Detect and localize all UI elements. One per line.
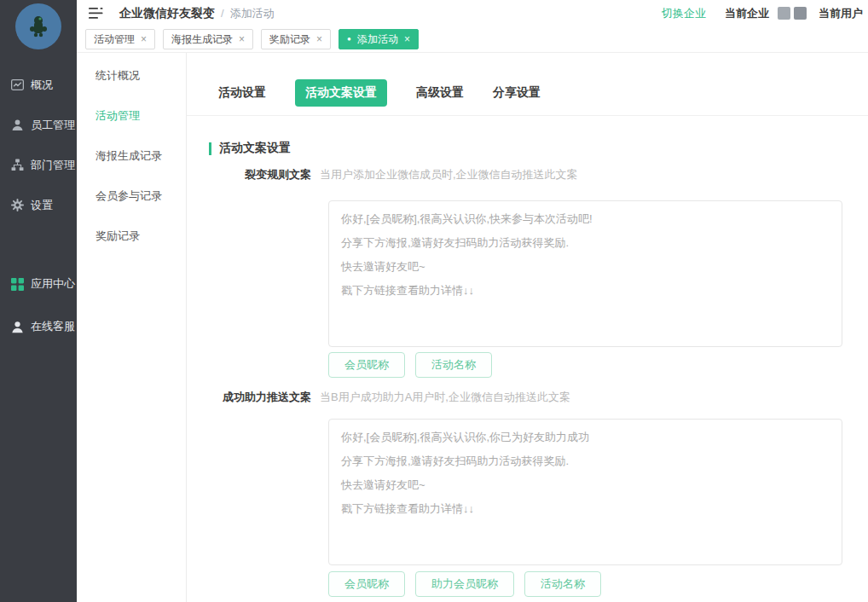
- submenu-label: 活动管理: [95, 108, 140, 124]
- tab-share-settings[interactable]: 分享设置: [493, 80, 541, 106]
- tab-poster-records[interactable]: 海报生成记录 ×: [163, 29, 253, 49]
- collapse-menu-icon[interactable]: [89, 7, 104, 20]
- company-name-redacted-block: [778, 7, 790, 20]
- sidebar-item-label: 概况: [31, 78, 53, 93]
- tab-label: 奖励记录: [269, 32, 310, 47]
- sidebar-item-app-center[interactable]: 应用中心: [0, 263, 77, 305]
- tab-label: 海报生成记录: [171, 32, 233, 47]
- sidebar-item-label: 设置: [31, 198, 53, 213]
- sidebar-item-online-support[interactable]: 在线客服: [0, 305, 77, 348]
- field-label: 成功助力推送文案: [187, 390, 311, 405]
- sidebar-item-staff[interactable]: 员工管理: [0, 105, 77, 145]
- field-hint: 当用户添加企业微信成员时,企业微信自动推送此文案: [320, 167, 578, 182]
- secondary-sidebar: 统计概况 活动管理 海报生成记录 会员参与记录 奖励记录: [77, 53, 187, 602]
- gear-icon: [11, 199, 24, 211]
- tab-advanced-settings[interactable]: 高级设置: [416, 80, 464, 106]
- topbar-right: 切换企业 当前企业 当前用户: [662, 6, 863, 21]
- tab-label: 活动管理: [94, 32, 135, 47]
- breadcrumb-current: 添加活动: [230, 6, 275, 21]
- sidebar-item-settings[interactable]: 设置: [0, 185, 77, 225]
- primary-nav: 概况 员工管理 部门管理 设置: [0, 53, 77, 348]
- dashboard-icon: [11, 78, 24, 91]
- company-name-redacted-block: [794, 7, 807, 20]
- fission-rule-copy-textarea[interactable]: 你好,[会员昵称],很高兴认识你,快来参与本次活动吧! 分享下方海报,邀请好友扫…: [328, 200, 842, 347]
- submenu-label: 海报生成记录: [95, 148, 162, 164]
- fission-rule-copy-field-head: 裂变规则文案 当用户添加企业微信成员时,企业微信自动推送此文案: [187, 167, 868, 182]
- sidebar-item-label: 应用中心: [31, 276, 75, 292]
- assist-success-copy-field-head: 成功助力推送文案 当B用户成功助力A用户时,企业微信自动推送此文案: [187, 390, 868, 405]
- activity-name-button[interactable]: 活动名称: [524, 571, 601, 597]
- breadcrumb-root[interactable]: 企业微信好友裂变: [119, 6, 215, 21]
- switch-company-link[interactable]: 切换企业: [662, 6, 706, 21]
- submenu-label: 会员参与记录: [95, 188, 162, 204]
- field-label: 裂变规则文案: [187, 167, 311, 182]
- field-hint: 当B用户成功助力A用户时,企业微信自动推送此文案: [320, 390, 570, 405]
- topbar: 企业微信好友裂变 / 添加活动 切换企业 当前企业 当前用户: [77, 0, 868, 26]
- close-icon[interactable]: ×: [239, 33, 245, 45]
- sidebar-item-departments[interactable]: 部门管理: [0, 145, 77, 185]
- submenu-item-activity-management[interactable]: 活动管理: [77, 96, 186, 136]
- assist-member-nickname-button[interactable]: 助力会员昵称: [415, 571, 514, 597]
- close-icon[interactable]: ×: [316, 33, 322, 45]
- submenu-item-member-participation[interactable]: 会员参与记录: [77, 176, 186, 216]
- insert-variable-buttons: 会员昵称 助力会员昵称 活动名称: [328, 571, 868, 597]
- apps-grid-icon: [11, 278, 24, 291]
- breadcrumb-separator: /: [221, 7, 224, 20]
- sidebar-item-label: 在线客服: [31, 319, 75, 334]
- assist-success-copy-textarea[interactable]: 你好,[会员昵称],很高兴认识你,你已为好友助力成功 分享下方海报,邀请好友扫码…: [328, 419, 842, 565]
- current-company-label: 当前企业: [725, 6, 769, 21]
- company-logo[interactable]: [15, 3, 61, 49]
- close-icon[interactable]: ×: [404, 33, 410, 45]
- tab-activity-copy-settings[interactable]: 活动文案设置: [295, 79, 387, 107]
- section-accent-bar: [209, 142, 211, 155]
- logo-glyph: [27, 14, 49, 39]
- sidebar-item-label: 员工管理: [31, 118, 75, 133]
- user-icon: [11, 119, 24, 131]
- tab-reward-records[interactable]: 奖励记录 ×: [261, 29, 331, 49]
- member-nickname-button[interactable]: 会员昵称: [328, 571, 405, 597]
- current-user-label: 当前用户: [819, 6, 863, 21]
- section-title: 活动文案设置: [219, 141, 291, 156]
- active-dot-icon: ●: [347, 36, 351, 43]
- sidebar-item-overview[interactable]: 概况: [0, 65, 77, 105]
- org-icon: [11, 159, 24, 171]
- sidebar-spacer: [0, 225, 77, 263]
- support-icon: [11, 321, 24, 333]
- activity-name-button[interactable]: 活动名称: [415, 352, 492, 378]
- open-tabs-bar: 活动管理 × 海报生成记录 × 奖励记录 × ● 添加活动 ×: [77, 26, 868, 53]
- submenu-label: 统计概况: [95, 68, 140, 84]
- submenu-item-reward-records[interactable]: 奖励记录: [77, 216, 186, 256]
- tab-add-activity[interactable]: ● 添加活动 ×: [339, 29, 419, 49]
- logo-area: [0, 0, 77, 53]
- close-icon[interactable]: ×: [141, 33, 147, 45]
- settings-tabs: 活动设置 活动文案设置 高级设置 分享设置: [187, 53, 868, 116]
- submenu-item-stats-overview[interactable]: 统计概况: [77, 55, 186, 96]
- tab-activity-settings[interactable]: 活动设置: [218, 80, 266, 106]
- insert-variable-buttons: 会员昵称 活动名称: [328, 352, 868, 378]
- section-header: 活动文案设置: [209, 141, 868, 156]
- app-window: 概况 员工管理 部门管理 设置: [0, 0, 868, 602]
- member-nickname-button[interactable]: 会员昵称: [328, 352, 405, 378]
- submenu-label: 奖励记录: [95, 229, 140, 244]
- sidebar-item-label: 部门管理: [31, 158, 75, 173]
- tab-label: 添加活动: [357, 32, 398, 47]
- main-content: 活动设置 活动文案设置 高级设置 分享设置 活动文案设置 裂变规则文案 当用户添…: [187, 53, 868, 602]
- primary-sidebar: 概况 员工管理 部门管理 设置: [0, 0, 77, 602]
- submenu-item-poster-records[interactable]: 海报生成记录: [77, 136, 186, 176]
- tab-activity-management[interactable]: 活动管理 ×: [85, 29, 155, 49]
